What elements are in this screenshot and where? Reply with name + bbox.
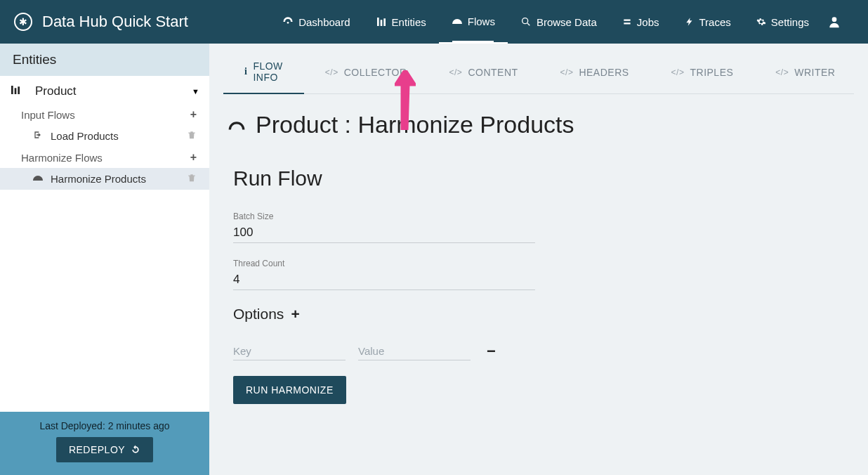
search-icon <box>520 16 532 27</box>
jobs-icon <box>622 17 632 27</box>
sidebar: Entities Product ▼ Input Flows + Load Pr… <box>0 44 209 475</box>
nav-flows-label: Flows <box>468 15 495 27</box>
flows-icon <box>452 15 463 27</box>
tab-writer[interactable]: </> WRITER <box>754 51 856 93</box>
dashboard-icon <box>282 16 294 27</box>
tab-collector-label: COLLECTOR <box>344 67 407 78</box>
add-harmonize-flow-button[interactable]: + <box>190 151 197 164</box>
nav-browse[interactable]: Browse Data <box>508 0 610 44</box>
tab-headers[interactable]: </> HEADERS <box>539 51 650 93</box>
nav-user[interactable] <box>822 0 847 44</box>
user-icon <box>827 15 841 29</box>
brand-logo-icon <box>14 13 32 31</box>
gear-icon <box>756 17 766 27</box>
sidebar-footer: Last Deployed: 2 minutes ago REDEPLOY <box>0 412 209 475</box>
flow-item-label: Harmonize Products <box>51 173 146 185</box>
flow-tabs: i FLOW INFO </> COLLECTOR </> CONTENT </… <box>223 51 854 94</box>
option-row: − <box>233 342 854 360</box>
flow-item-harmonize-products[interactable]: Harmonize Products <box>0 168 209 190</box>
code-icon: </> <box>560 67 574 77</box>
flow-icon <box>228 116 246 134</box>
run-harmonize-label: RUN HARMONIZE <box>246 384 334 396</box>
refresh-icon <box>131 445 140 455</box>
entities-icon <box>376 16 387 27</box>
option-key-input[interactable] <box>233 342 346 360</box>
code-icon: </> <box>325 67 338 77</box>
flow-item-label: Load Products <box>51 130 119 142</box>
harmonize-flows-label: Harmonize Flows <box>21 152 103 164</box>
tab-writer-label: WRITER <box>794 67 835 78</box>
tab-collector[interactable]: </> COLLECTOR <box>304 51 428 93</box>
page-title-text: Product : Harmonize Products <box>256 111 574 138</box>
top-nav: Data Hub Quick Start Dashboard Entities … <box>0 0 868 44</box>
flow-item-load-products[interactable]: Load Products <box>0 125 209 147</box>
brand: Data Hub Quick Start <box>14 13 188 31</box>
harmonize-flows-group: Harmonize Flows + <box>0 147 209 168</box>
tab-flow-info-label: FLOW INFO <box>253 60 282 83</box>
delete-flow-icon[interactable] <box>187 130 197 142</box>
input-flows-group: Input Flows + <box>0 104 209 125</box>
nav-flows[interactable]: Flows <box>439 0 508 44</box>
sidebar-body: Product ▼ Input Flows + Load Products Ha… <box>0 76 209 412</box>
batch-size-label: Batch Size <box>233 212 535 221</box>
nav-dashboard-label: Dashboard <box>298 16 350 28</box>
nav-jobs[interactable]: Jobs <box>610 0 672 44</box>
run-harmonize-button[interactable]: RUN HARMONIZE <box>233 376 346 404</box>
field-batch-size: Batch Size <box>233 212 535 243</box>
nav-settings[interactable]: Settings <box>744 0 822 44</box>
nav-jobs-label: Jobs <box>637 16 659 28</box>
code-icon: </> <box>775 67 789 77</box>
tab-content-label: CONTENT <box>468 67 518 78</box>
options-heading: Options + <box>233 306 854 323</box>
nav-dashboard[interactable]: Dashboard <box>270 0 362 44</box>
nav-traces-label: Traces <box>699 16 731 28</box>
tab-content[interactable]: </> CONTENT <box>428 51 539 93</box>
code-icon: </> <box>449 67 463 77</box>
redeploy-label: REDEPLOY <box>69 444 125 455</box>
input-icon <box>32 129 44 143</box>
delete-flow-icon[interactable] <box>187 173 197 185</box>
brand-title: Data Hub Quick Start <box>42 13 188 31</box>
batch-size-input[interactable] <box>233 223 535 243</box>
tab-triples-label: TRIPLES <box>690 67 733 78</box>
entity-row-product[interactable]: Product ▼ <box>0 79 209 104</box>
tab-headers-label: HEADERS <box>579 67 629 78</box>
field-thread-count: Thread Count <box>233 259 535 290</box>
sidebar-header: Entities <box>0 44 209 76</box>
nav-traces[interactable]: Traces <box>672 0 744 44</box>
tab-flow-info[interactable]: i FLOW INFO <box>223 51 304 94</box>
nav-entities-label: Entities <box>392 16 426 28</box>
section-run-flow: Run Flow <box>233 167 854 190</box>
code-icon: </> <box>671 67 685 77</box>
svg-point-1 <box>522 18 528 24</box>
entity-name: Product <box>35 84 77 98</box>
nav-browse-label: Browse Data <box>537 16 597 28</box>
remove-option-button[interactable]: − <box>487 342 496 360</box>
input-flows-label: Input Flows <box>21 109 75 121</box>
thread-count-input[interactable] <box>233 270 535 290</box>
nav-items: Dashboard Entities Flows Browse Data Job… <box>270 0 847 44</box>
info-icon: i <box>244 66 247 77</box>
chevron-down-icon: ▼ <box>192 87 199 96</box>
thread-count-label: Thread Count <box>233 259 535 268</box>
page-title: Product : Harmonize Products <box>228 111 854 138</box>
svg-point-2 <box>832 17 837 22</box>
harmonize-icon <box>32 172 44 186</box>
nav-settings-label: Settings <box>771 16 809 28</box>
tab-triples[interactable]: </> TRIPLES <box>650 51 755 93</box>
entity-icon <box>10 84 28 98</box>
options-label: Options <box>233 306 284 323</box>
last-deployed-text: Last Deployed: 2 minutes ago <box>0 420 209 431</box>
redeploy-button[interactable]: REDEPLOY <box>56 437 153 462</box>
bolt-icon <box>685 17 695 27</box>
add-option-button[interactable]: + <box>291 306 299 323</box>
add-input-flow-button[interactable]: + <box>190 108 197 121</box>
nav-entities[interactable]: Entities <box>363 0 439 44</box>
svg-point-0 <box>287 22 289 24</box>
option-value-input[interactable] <box>358 342 471 360</box>
main-content: i FLOW INFO </> COLLECTOR </> CONTENT </… <box>209 44 868 475</box>
